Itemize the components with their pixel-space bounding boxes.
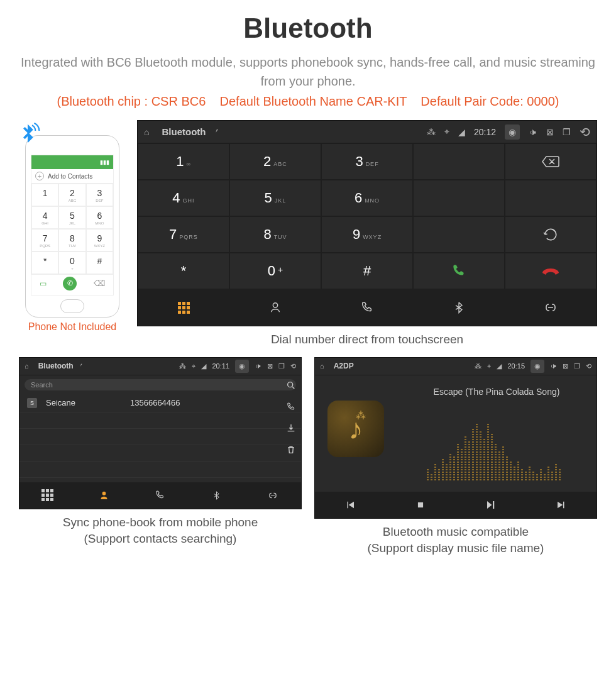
next-button[interactable] xyxy=(526,492,597,518)
prev-button[interactable] xyxy=(315,492,385,518)
bluetooth-icon: ⁂ xyxy=(179,362,186,370)
close-icon[interactable]: ⊠ xyxy=(563,362,568,370)
play-pause-button[interactable] xyxy=(456,492,526,518)
clock: 20:11 xyxy=(212,362,229,370)
key-hash[interactable]: # xyxy=(321,253,413,289)
nav-bluetooth[interactable] xyxy=(189,482,245,509)
phone-caption: Phone Not Included xyxy=(19,321,126,333)
location-icon: ⌖ xyxy=(487,362,491,370)
backspace-button[interactable] xyxy=(505,143,597,180)
home-icon[interactable]: ⌂ xyxy=(144,127,149,137)
song-title: Escape (The Pina Colada Song) xyxy=(409,387,584,397)
phonebook-caption: Sync phone-book from mobile phone(Suppor… xyxy=(19,514,302,548)
key-7[interactable]: 7PQRS xyxy=(138,216,229,253)
camera-icon[interactable]: ◉ xyxy=(505,124,520,140)
key-1[interactable]: 1∞ xyxy=(138,143,229,180)
key-9[interactable]: 9WXYZ xyxy=(321,216,413,253)
close-icon[interactable]: ⊠ xyxy=(267,362,273,370)
recents-icon[interactable]: ❐ xyxy=(278,362,285,370)
key-2[interactable]: 2ABC xyxy=(229,143,321,180)
dialer-panel: ⌂ Bluetooth ⎖ ⁂ ⌖ ◢ 20:12 ◉ 🕩 ⊠ ❐ ⟲ 1∞ 2… xyxy=(137,120,597,326)
home-icon[interactable]: ⌂ xyxy=(320,362,324,370)
contact-name: Seicane xyxy=(46,398,121,407)
phone-home-button xyxy=(60,299,84,313)
clock: 20:15 xyxy=(507,362,525,370)
close-icon[interactable]: ⊠ xyxy=(546,127,554,137)
contact-list: S Seicane 13566664466 xyxy=(19,394,301,482)
video-call-icon: ▭ xyxy=(40,279,47,288)
app-title: Bluetooth xyxy=(38,362,74,370)
hangup-button[interactable] xyxy=(505,253,597,289)
backspace-icon: ⌫ xyxy=(94,279,105,288)
back-icon[interactable]: ⟲ xyxy=(586,362,591,370)
search-icon[interactable] xyxy=(286,380,296,390)
nav-dialpad[interactable] xyxy=(138,289,229,326)
location-icon: ⌖ xyxy=(192,362,195,370)
phone-dialpad: 12ABC3DEF4GHI5JKL6MNO7PQRS8TUV9WXYZ*0+# xyxy=(31,184,113,274)
status-bar: ⌂ Bluetooth ⎖ ⁂ ⌖ ◢ 20:11 ◉ 🕩 ⊠ ❐ ⟲ xyxy=(19,358,301,375)
recents-icon[interactable]: ❐ xyxy=(563,127,571,137)
key-6[interactable]: 6MNO xyxy=(321,180,413,216)
home-icon[interactable]: ⌂ xyxy=(25,362,29,370)
add-to-contacts: +Add to Contacts xyxy=(31,169,113,184)
nav-contacts[interactable] xyxy=(229,289,321,326)
camera-icon[interactable]: ◉ xyxy=(531,360,544,373)
call-button[interactable] xyxy=(413,253,505,289)
phone-mockup: ▮▮▮ +Add to Contacts 12ABC3DEF4GHI5JKL6M… xyxy=(25,135,119,318)
volume-icon[interactable]: 🕩 xyxy=(529,127,537,137)
contact-number: 13566664466 xyxy=(130,398,180,407)
volume-icon[interactable]: 🕩 xyxy=(550,362,557,370)
app-title: Bluetooth xyxy=(162,126,206,137)
key-4[interactable]: 4GHI xyxy=(138,180,229,216)
stop-button[interactable] xyxy=(385,492,456,518)
bluetooth-specs: (Bluetooth chip : CSR BC6 Default Blueto… xyxy=(19,94,597,109)
camera-icon[interactable]: ◉ xyxy=(235,360,249,373)
status-bar: ⌂ Bluetooth ⎖ ⁂ ⌖ ◢ 20:12 ◉ 🕩 ⊠ ❐ ⟲ xyxy=(138,121,597,143)
redial-button[interactable] xyxy=(505,216,597,253)
contact-row[interactable]: S Seicane 13566664466 xyxy=(19,394,301,412)
key-star[interactable]: * xyxy=(138,253,229,289)
empty-row xyxy=(19,429,301,445)
back-icon[interactable]: ⟲ xyxy=(580,124,590,140)
key-3[interactable]: 3DEF xyxy=(321,143,413,180)
wifi-icon: ◢ xyxy=(497,362,502,370)
audio-visualizer xyxy=(403,418,584,480)
call-icon[interactable] xyxy=(286,402,296,412)
location-icon: ⌖ xyxy=(444,126,449,137)
page-title: Bluetooth xyxy=(19,13,597,44)
nav-contacts[interactable] xyxy=(76,482,133,509)
album-art-icon: ♪⁂ xyxy=(327,401,384,457)
phonebook-panel: ⌂ Bluetooth ⎖ ⁂ ⌖ ◢ 20:11 ◉ 🕩 ⊠ ❐ ⟲ Sear… xyxy=(19,357,302,509)
player-controls xyxy=(315,492,597,518)
key-0[interactable]: 0+ xyxy=(229,253,321,289)
volume-icon[interactable]: 🕩 xyxy=(255,362,261,370)
empty-row xyxy=(19,462,301,478)
bluetooth-icon: ⁂ xyxy=(427,127,436,137)
back-icon[interactable]: ⟲ xyxy=(290,362,296,370)
svg-rect-1 xyxy=(418,502,423,507)
nav-recent[interactable] xyxy=(132,482,189,509)
wifi-icon: ◢ xyxy=(458,127,465,137)
nav-pair[interactable] xyxy=(505,289,597,326)
recents-icon[interactable]: ❐ xyxy=(574,362,580,370)
empty-row xyxy=(19,445,301,462)
search-input[interactable]: Search xyxy=(25,379,296,390)
bluetooth-signal-icon xyxy=(14,122,41,148)
key-8[interactable]: 8TUV xyxy=(229,216,321,253)
svg-point-0 xyxy=(288,382,293,387)
nav-bluetooth[interactable] xyxy=(413,289,505,326)
contact-initial-badge: S xyxy=(27,398,37,408)
bottom-nav xyxy=(19,482,301,509)
download-icon[interactable] xyxy=(286,423,296,433)
nav-dialpad[interactable] xyxy=(19,482,76,509)
clock: 20:12 xyxy=(474,127,496,137)
usb-icon: ⎖ xyxy=(79,362,84,370)
music-caption: Bluetooth music compatible(Support displ… xyxy=(314,524,597,557)
call-button: ✆ xyxy=(63,277,77,290)
delete-icon[interactable] xyxy=(286,445,296,455)
music-panel: ⌂ A2DP ⁂ ⌖ ◢ 20:15 ◉ 🕩 ⊠ ❐ ⟲ ♪⁂ Escape (… xyxy=(314,357,597,519)
key-5[interactable]: 5JKL xyxy=(229,180,321,216)
app-title: A2DP xyxy=(334,362,354,370)
nav-pair[interactable] xyxy=(245,482,301,509)
nav-recent[interactable] xyxy=(321,289,413,326)
